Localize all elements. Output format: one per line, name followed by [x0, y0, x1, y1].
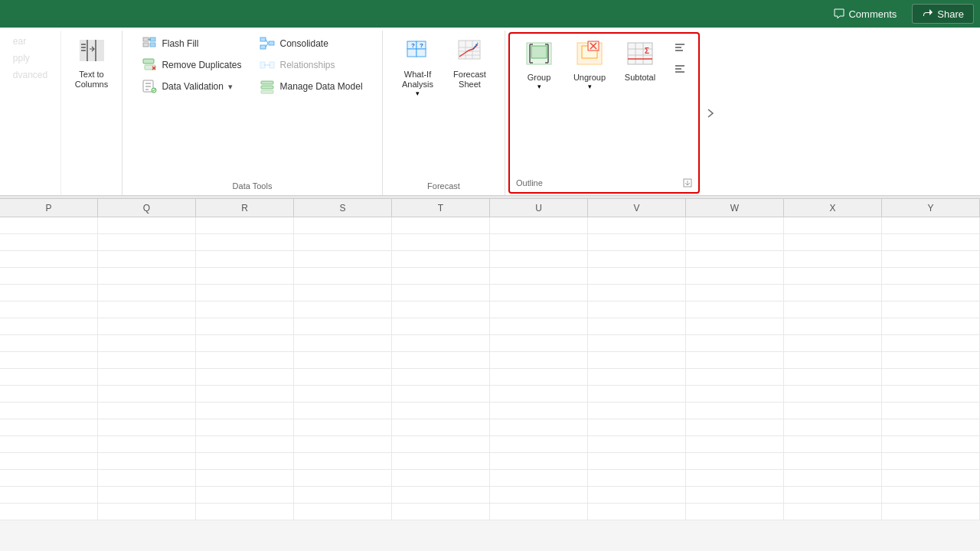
grid-cell[interactable] — [392, 453, 490, 469]
grid-cell[interactable] — [490, 234, 588, 250]
grid-cell[interactable] — [294, 403, 392, 419]
grid-cell[interactable] — [784, 419, 882, 435]
outline-lines-bottom-button[interactable] — [668, 60, 692, 77]
grid-cell[interactable] — [686, 285, 784, 301]
clear-btn[interactable]: ear — [7, 34, 54, 49]
grid-cell[interactable] — [784, 251, 882, 267]
grid-cell[interactable] — [588, 386, 686, 402]
grid-cell[interactable] — [98, 234, 196, 250]
grid-cell[interactable] — [588, 403, 686, 419]
grid-cell[interactable] — [0, 453, 98, 469]
grid-cell[interactable] — [784, 302, 882, 318]
grid-cell[interactable] — [784, 470, 882, 486]
grid-cell[interactable] — [392, 217, 490, 233]
grid-cell[interactable] — [686, 352, 784, 368]
grid-cell[interactable] — [294, 470, 392, 486]
grid-cell[interactable] — [0, 419, 98, 435]
grid-row[interactable] — [0, 335, 980, 352]
what-if-analysis-button[interactable]: ? ? What-IfAnalysis ▾ — [395, 34, 441, 100]
grid-cell[interactable] — [882, 453, 980, 469]
grid-cell[interactable] — [784, 234, 882, 250]
grid-cell[interactable] — [392, 302, 490, 318]
grid-row[interactable] — [0, 251, 980, 268]
grid-row[interactable] — [0, 470, 980, 487]
grid-cell[interactable] — [392, 268, 490, 284]
grid-cell[interactable] — [98, 335, 196, 351]
grid-cell[interactable] — [686, 419, 784, 435]
grid-cell[interactable] — [882, 234, 980, 250]
grid-cell[interactable] — [294, 251, 392, 267]
grid-cell[interactable] — [392, 251, 490, 267]
grid-cell[interactable] — [882, 487, 980, 503]
grid-cell[interactable] — [784, 369, 882, 385]
grid-cell[interactable] — [98, 436, 196, 452]
grid-row[interactable] — [0, 386, 980, 403]
grid-cell[interactable] — [588, 268, 686, 284]
forecast-sheet-button[interactable]: ForecastSheet — [447, 34, 493, 93]
grid-cell[interactable] — [588, 352, 686, 368]
grid-cell[interactable] — [490, 403, 588, 419]
grid-cell[interactable] — [392, 369, 490, 385]
grid-cell[interactable] — [98, 352, 196, 368]
grid-cell[interactable] — [490, 386, 588, 402]
grid-cell[interactable] — [196, 318, 294, 334]
grid-row[interactable] — [0, 234, 980, 251]
grid-cell[interactable] — [588, 419, 686, 435]
grid-cell[interactable] — [98, 419, 196, 435]
grid-cell[interactable] — [784, 453, 882, 469]
grid-cell[interactable] — [392, 436, 490, 452]
grid-cell[interactable] — [588, 318, 686, 334]
grid-cell[interactable] — [490, 318, 588, 334]
grid-cell[interactable] — [196, 234, 294, 250]
grid-cell[interactable] — [588, 504, 686, 520]
grid-cell[interactable] — [294, 335, 392, 351]
grid-cell[interactable] — [0, 369, 98, 385]
grid-cell[interactable] — [0, 251, 98, 267]
data-validation-button[interactable]: Data Validation ▾ — [136, 77, 247, 96]
grid-cell[interactable] — [588, 436, 686, 452]
grid-cell[interactable] — [294, 352, 392, 368]
grid-cell[interactable] — [882, 369, 980, 385]
grid-cell[interactable] — [686, 504, 784, 520]
grid-cell[interactable] — [588, 487, 686, 503]
grid-cell[interactable] — [490, 352, 588, 368]
grid-cell[interactable] — [0, 302, 98, 318]
grid-cell[interactable] — [686, 234, 784, 250]
grid-cell[interactable] — [882, 217, 980, 233]
grid-cell[interactable] — [588, 470, 686, 486]
text-to-columns-button[interactable]: Text toColumns — [69, 34, 115, 93]
grid-cell[interactable] — [882, 470, 980, 486]
grid-cell[interactable] — [490, 504, 588, 520]
grid-cell[interactable] — [490, 453, 588, 469]
share-button[interactable]: Share — [912, 4, 974, 24]
flash-fill-button[interactable]: Flash Fill — [136, 34, 247, 54]
group-button[interactable]: Group ▾ — [516, 37, 562, 93]
grid-row[interactable] — [0, 268, 980, 285]
ungroup-button[interactable]: Ungroup ▾ — [567, 37, 612, 93]
grid-cell[interactable] — [294, 217, 392, 233]
grid-cell[interactable] — [686, 268, 784, 284]
grid-cell[interactable] — [0, 335, 98, 351]
grid-cell[interactable] — [784, 403, 882, 419]
grid-cell[interactable] — [294, 369, 392, 385]
remove-duplicates-button[interactable]: Remove Duplicates — [136, 55, 247, 75]
grid-cell[interactable] — [98, 453, 196, 469]
grid-cell[interactable] — [196, 504, 294, 520]
grid-cell[interactable] — [98, 217, 196, 233]
grid-row[interactable] — [0, 217, 980, 234]
grid-cell[interactable] — [490, 335, 588, 351]
grid-cell[interactable] — [784, 335, 882, 351]
grid-cell[interactable] — [784, 318, 882, 334]
grid-cell[interactable] — [588, 302, 686, 318]
grid-cell[interactable] — [0, 318, 98, 334]
grid-cell[interactable] — [196, 403, 294, 419]
grid-cell[interactable] — [0, 217, 98, 233]
grid-cell[interactable] — [882, 251, 980, 267]
grid-cell[interactable] — [784, 386, 882, 402]
grid-cell[interactable] — [294, 386, 392, 402]
grid-cell[interactable] — [882, 335, 980, 351]
grid-cell[interactable] — [294, 234, 392, 250]
grid-cell[interactable] — [392, 419, 490, 435]
grid-cell[interactable] — [196, 251, 294, 267]
grid-cell[interactable] — [0, 386, 98, 402]
